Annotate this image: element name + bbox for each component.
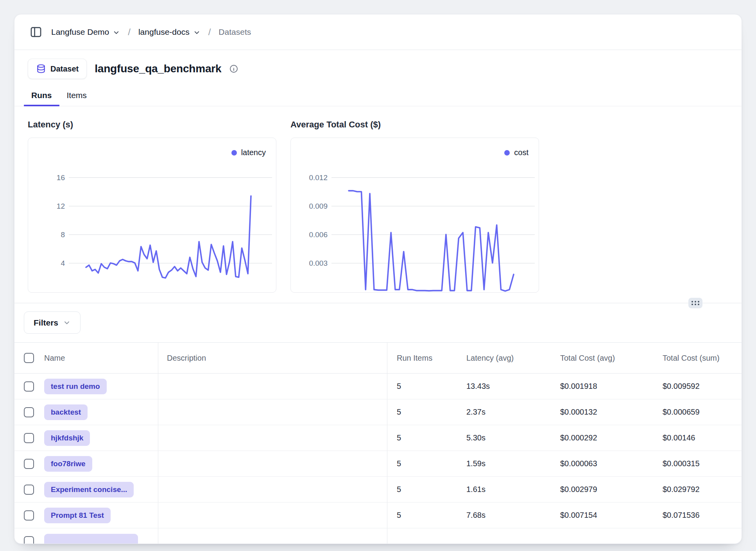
- run-name-pill[interactable]: [44, 534, 138, 544]
- legend-label: cost: [514, 148, 528, 157]
- table-row[interactable]: backtest 5 2.37s $0.000132 $0.000659: [14, 399, 742, 425]
- total-cost-avg-cell: $0.000132: [551, 399, 653, 425]
- row-checkbox[interactable]: [24, 407, 34, 417]
- row-checkbox[interactable]: [24, 459, 34, 469]
- tab-runs[interactable]: Runs: [24, 84, 59, 106]
- run-items-cell: 5: [387, 399, 457, 425]
- info-icon: [229, 64, 238, 73]
- row-checkbox[interactable]: [24, 485, 34, 495]
- column-header-run-items: Run Items: [387, 343, 457, 373]
- row-checkbox[interactable]: [24, 536, 34, 544]
- run-name-pill[interactable]: backtest: [44, 404, 88, 420]
- column-header-total-cost-avg: Total Cost (avg): [551, 343, 653, 373]
- table-row[interactable]: foo78riwe 5 1.59s $0.000063 $0.000315: [14, 451, 742, 477]
- total-cost-sum-cell: $0.029792: [653, 477, 742, 502]
- legend-label: latency: [241, 148, 266, 157]
- tab-items[interactable]: Items: [59, 84, 94, 106]
- table-row[interactable]: Prompt 81 Test 5 7.68s $0.007154 $0.0715…: [14, 503, 742, 528]
- table-header-row: Name Description Run Items Latency (avg)…: [14, 343, 742, 374]
- run-name-cell: hjkfdshjk: [44, 425, 158, 451]
- column-header-latency-avg: Latency (avg): [457, 343, 551, 373]
- row-checkbox-cell: [24, 374, 44, 399]
- column-header-name: Name: [44, 343, 158, 373]
- charts-section: Latency (s) latency 161284 Average Total…: [14, 106, 742, 293]
- table-row[interactable]: hjkfdshjk 5 5.30s $0.000292 $0.00146: [14, 425, 742, 451]
- filters-button[interactable]: Filters: [24, 311, 81, 334]
- total-cost-avg-cell: $0.007154: [551, 503, 653, 528]
- total-cost-avg-cell: $0.002979: [551, 477, 653, 502]
- description-cell: [158, 477, 387, 502]
- dataset-info-button[interactable]: [229, 64, 238, 73]
- description-cell: [158, 451, 387, 476]
- latency-chart-block: Latency (s) latency 161284: [28, 120, 276, 293]
- run-name-pill[interactable]: Experiment concise...: [44, 482, 134, 497]
- description-cell: [158, 425, 387, 451]
- total-cost-sum-cell: $0.000659: [653, 399, 742, 425]
- run-items-cell: 5: [387, 425, 457, 451]
- row-checkbox[interactable]: [24, 381, 34, 392]
- run-name-pill[interactable]: hjkfdshjk: [44, 430, 90, 446]
- tab-bar: Runs Items: [14, 84, 742, 106]
- row-checkbox-cell: [24, 399, 44, 425]
- panel-left-icon: [29, 25, 43, 39]
- run-name-cell: Experiment concise...: [44, 477, 158, 502]
- run-name-pill[interactable]: test run demo: [44, 379, 107, 394]
- row-checkbox-cell: [24, 425, 44, 451]
- row-checkbox-cell: [24, 528, 44, 544]
- legend-dot-icon: [231, 150, 237, 156]
- table-row-partial[interactable]: [14, 528, 742, 544]
- latency-avg-cell: 5.30s: [457, 425, 551, 451]
- page-header: Dataset langfuse_qa_benchmark: [14, 50, 742, 79]
- top-navigation: Langfuse Demo / langfuse-docs / Datasets: [14, 14, 742, 50]
- run-items-cell: 5: [387, 451, 457, 476]
- breadcrumb-separator: /: [208, 27, 212, 38]
- sidebar-toggle-button[interactable]: [28, 24, 44, 40]
- charts-resize-divider: [14, 303, 742, 303]
- row-checkbox[interactable]: [24, 433, 34, 443]
- header-checkbox-cell: [24, 343, 44, 373]
- breadcrumb-separator: /: [127, 27, 131, 38]
- description-cell: [158, 528, 387, 544]
- run-items-cell: 5: [387, 374, 457, 399]
- runs-table: Name Description Run Items Latency (avg)…: [14, 342, 742, 544]
- latency-avg-cell: 1.61s: [457, 477, 551, 502]
- table-row[interactable]: test run demo 5 13.43s $0.001918 $0.0095…: [14, 374, 742, 399]
- run-name-pill[interactable]: foo78riwe: [44, 456, 92, 472]
- cost-line-series: [291, 138, 539, 293]
- main-card: Langfuse Demo / langfuse-docs / Datasets: [14, 14, 742, 544]
- column-header-total-cost-sum: Total Cost (sum): [653, 343, 742, 373]
- latency-chart-title: Latency (s): [28, 120, 276, 130]
- breadcrumb-project[interactable]: langfuse-docs: [138, 27, 201, 37]
- chevron-down-icon: [193, 29, 201, 36]
- cost-chart: cost 0.0120.0090.0060.003: [290, 138, 539, 293]
- breadcrumb-org[interactable]: Langfuse Demo: [51, 27, 120, 37]
- row-checkbox-cell: [24, 451, 44, 476]
- breadcrumb-project-label: langfuse-docs: [138, 27, 190, 37]
- latency-avg-cell: 7.68s: [457, 503, 551, 528]
- run-items-cell: 5: [387, 503, 457, 528]
- run-name-cell: backtest: [44, 399, 158, 425]
- chevron-down-icon: [63, 319, 71, 327]
- filters-row: Filters: [14, 303, 742, 334]
- latency-avg-cell: 1.59s: [457, 451, 551, 476]
- dataset-badge: Dataset: [28, 59, 87, 79]
- total-cost-avg-cell: $0.000063: [551, 451, 653, 476]
- filters-button-label: Filters: [34, 318, 58, 327]
- drag-handle[interactable]: [688, 298, 702, 308]
- run-name-pill[interactable]: Prompt 81 Test: [44, 508, 111, 523]
- run-name-cell: test run demo: [44, 374, 158, 399]
- select-all-checkbox[interactable]: [24, 353, 34, 363]
- tab-runs-label: Runs: [31, 91, 52, 100]
- row-checkbox[interactable]: [24, 510, 34, 521]
- table-row[interactable]: Experiment concise... 5 1.61s $0.002979 …: [14, 477, 742, 503]
- run-name-cell: [44, 528, 158, 544]
- column-header-description: Description: [158, 343, 387, 373]
- total-cost-sum-cell: $0.071536: [653, 503, 742, 528]
- latency-chart-legend: latency: [231, 148, 266, 157]
- breadcrumb-org-label: Langfuse Demo: [51, 27, 109, 37]
- latency-chart: latency 161284: [28, 138, 276, 293]
- latency-avg-cell: 2.37s: [457, 399, 551, 425]
- description-cell: [158, 503, 387, 528]
- total-cost-avg-cell: $0.001918: [551, 374, 653, 399]
- breadcrumb-section-datasets[interactable]: Datasets: [219, 27, 251, 37]
